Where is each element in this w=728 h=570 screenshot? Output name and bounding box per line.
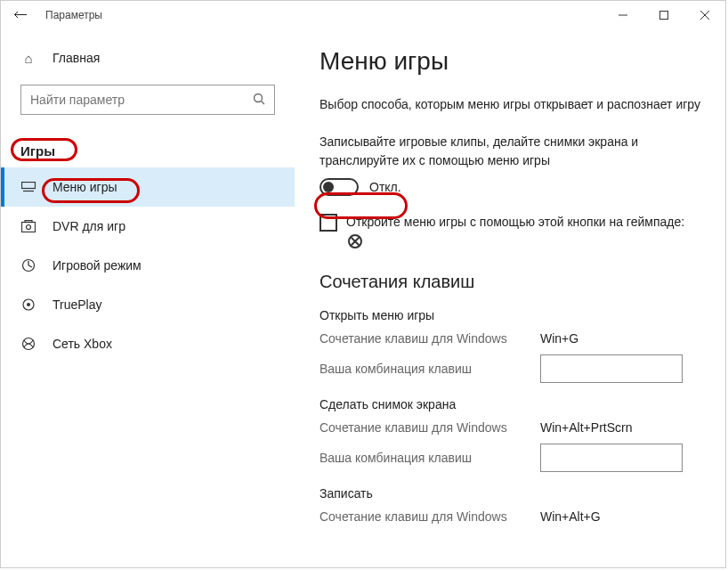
shortcut-group-open-gamebar: Открыть меню игры Сочетание клавиш для W…	[320, 308, 700, 383]
page-heading: Меню игры	[320, 47, 700, 76]
minimize-button[interactable]	[603, 1, 643, 29]
sidebar-item-label: TruePlay	[53, 297, 102, 312]
windows-shortcut-value: Win+Alt+G	[540, 509, 683, 524]
sidebar-item-label: DVR для игр	[53, 219, 125, 233]
search-input[interactable]	[30, 93, 253, 107]
custom-shortcut-label: Ваша комбинация клавиш	[320, 362, 540, 376]
sidebar-item-xbox-network[interactable]: Сеть Xbox	[1, 324, 295, 363]
back-button[interactable]: 🡐	[1, 1, 40, 29]
custom-shortcut-input[interactable]	[540, 444, 683, 472]
sidebar-item-game-bar[interactable]: Меню игры	[1, 167, 295, 207]
svg-line-13	[28, 265, 32, 267]
sidebar-home[interactable]: ⌂ Главная	[1, 38, 295, 77]
windows-shortcut-label: Сочетание клавиш для Windows	[320, 420, 540, 435]
shortcut-title: Сделать снимок экрана	[320, 397, 700, 411]
search-icon	[253, 93, 265, 108]
toggle-state-label: Откл.	[369, 180, 401, 194]
search-box[interactable]	[20, 85, 275, 115]
page-description: Выбор способа, которым меню игры открыва…	[320, 95, 700, 113]
windows-shortcut-value: Win+G	[540, 331, 683, 346]
xbox-button-icon	[348, 234, 362, 248]
xbox-network-icon	[20, 336, 36, 352]
main-panel: Меню игры Выбор способа, которым меню иг…	[295, 29, 725, 567]
shortcuts-heading: Сочетания клавиш	[320, 272, 700, 292]
shortcut-group-screenshot: Сделать снимок экрана Сочетание клавиш д…	[320, 397, 700, 472]
close-button[interactable]	[684, 1, 725, 29]
windows-shortcut-label: Сочетание клавиш для Windows	[320, 331, 540, 346]
sidebar-item-trueplay[interactable]: TruePlay	[1, 285, 295, 324]
sidebar: ⌂ Главная Игры Меню игры DVR дл	[1, 29, 295, 567]
svg-line-5	[262, 101, 265, 104]
game-mode-icon	[20, 257, 36, 273]
svg-point-15	[27, 303, 30, 306]
gamebar-toggle[interactable]	[320, 178, 359, 196]
shortcut-title: Открыть меню игры	[320, 308, 700, 322]
svg-rect-9	[25, 221, 32, 223]
svg-point-10	[27, 225, 31, 230]
svg-rect-1	[660, 12, 668, 20]
trueplay-icon	[20, 297, 36, 313]
dvr-icon	[20, 218, 36, 234]
arrow-left-icon: 🡐	[13, 7, 28, 23]
maximize-button[interactable]	[643, 1, 684, 29]
svg-point-4	[255, 94, 263, 102]
svg-rect-6	[22, 183, 36, 189]
sidebar-item-label: Игровой режим	[53, 258, 142, 273]
window-title: Параметры	[40, 9, 603, 21]
custom-shortcut-label: Ваша комбинация клавиш	[320, 451, 540, 465]
shortcut-title: Записать	[320, 486, 700, 501]
toggle-knob	[323, 182, 334, 192]
home-icon: ⌂	[20, 50, 36, 66]
sidebar-item-label: Сеть Xbox	[53, 337, 112, 351]
sidebar-category: Игры	[1, 131, 295, 167]
windows-shortcut-label: Сочетание клавиш для Windows	[320, 509, 540, 524]
window-controls	[603, 1, 725, 29]
sidebar-item-game-dvr[interactable]: DVR для игр	[1, 207, 295, 246]
sidebar-item-label: Меню игры	[53, 180, 117, 194]
sidebar-home-label: Главная	[53, 51, 100, 65]
toggle-label: Записывайте игровые клипы, делайте снимк…	[320, 133, 700, 169]
game-bar-icon	[20, 179, 36, 195]
controller-checkbox-label: Откройте меню игры с помощью этой кнопки…	[346, 214, 700, 249]
svg-rect-8	[22, 223, 36, 232]
custom-shortcut-input[interactable]	[540, 354, 683, 383]
controller-checkbox[interactable]	[320, 214, 337, 232]
sidebar-item-game-mode[interactable]: Игровой режим	[1, 246, 295, 285]
titlebar: 🡐 Параметры	[1, 1, 725, 29]
windows-shortcut-value: Win+Alt+PrtScrn	[540, 420, 683, 435]
shortcut-group-record: Записать Сочетание клавиш для Windows Wi…	[320, 486, 700, 524]
